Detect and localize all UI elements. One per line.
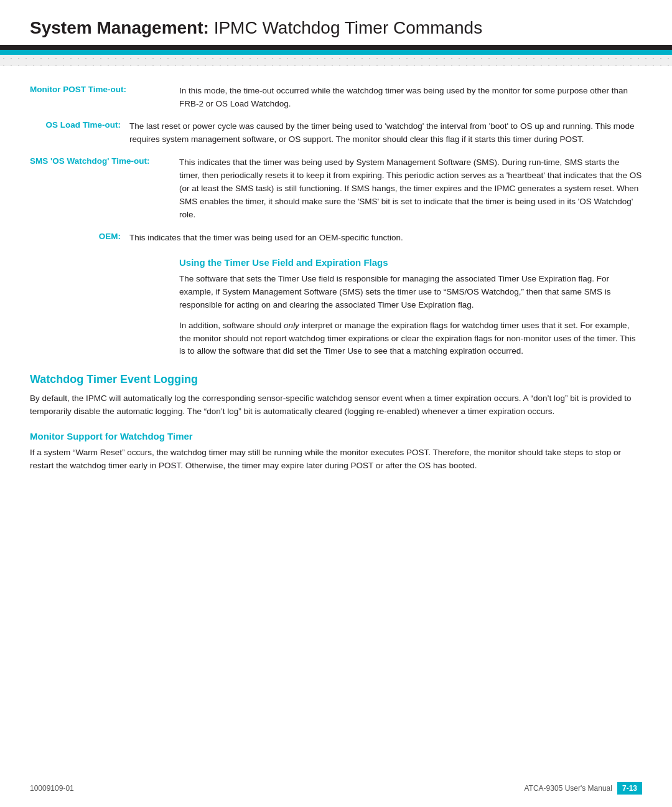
- os-load-timeout-entry: OS Load Time-out: The last reset or powe…: [30, 120, 642, 146]
- os-load-label: OS Load Time-out:: [30, 120, 129, 130]
- decorative-bars: [0, 45, 672, 66]
- page-title: System Management: IPMC Watchdog Timer C…: [30, 17, 642, 39]
- oem-entry: OEM: This indicates that the timer was b…: [30, 232, 642, 245]
- timer-use-para1: The software that sets the Timer Use fie…: [179, 273, 642, 312]
- timer-use-para2-prefix: In addition, software should: [179, 321, 284, 330]
- timer-use-para2-italic: only: [284, 321, 299, 330]
- monitor-support-para: If a system “Warm Reset” occurs, the wat…: [30, 446, 642, 473]
- timer-use-section: Using the Timer Use Field and Expiration…: [179, 257, 642, 359]
- title-normal: IPMC Watchdog Timer Commands: [209, 18, 482, 37]
- watchdog-event-section: Watchdog Timer Event Logging By default,…: [30, 373, 642, 418]
- footer-manual-title: ATCA-9305 User's Manual: [525, 784, 612, 793]
- monitor-post-text: In this mode, the time-out occurred whil…: [179, 85, 642, 111]
- watchdog-event-heading: Watchdog Timer Event Logging: [30, 373, 642, 386]
- monitor-post-label: Monitor POST Time-out:: [30, 85, 179, 94]
- bar-cyan: [0, 50, 672, 55]
- bar-dots: [0, 55, 672, 66]
- timer-use-para2: In addition, software should only interp…: [179, 319, 642, 359]
- main-content: Monitor POST Time-out: In this mode, the…: [0, 66, 672, 505]
- oem-text: This indicates that the timer was being …: [129, 232, 642, 245]
- page-number-badge: 7-13: [617, 782, 642, 795]
- timer-use-heading: Using the Timer Use Field and Expiration…: [179, 257, 642, 268]
- page-header: System Management: IPMC Watchdog Timer C…: [0, 0, 672, 39]
- watchdog-event-para: By default, the IPMC will automatically …: [30, 392, 642, 418]
- page-footer: 10009109-01 ATCA-9305 User's Manual 7-13: [0, 782, 672, 795]
- monitor-support-heading: Monitor Support for Watchdog Timer: [30, 431, 642, 441]
- sms-watchdog-text: This indicates that the timer was being …: [179, 156, 642, 222]
- monitor-post-timeout-entry: Monitor POST Time-out: In this mode, the…: [30, 85, 642, 111]
- sms-watchdog-entry: SMS 'OS Watchdog' Time-out: This indicat…: [30, 156, 642, 222]
- monitor-support-section: Monitor Support for Watchdog Timer If a …: [30, 431, 642, 473]
- sms-watchdog-label: SMS 'OS Watchdog' Time-out:: [30, 156, 179, 166]
- os-load-text: The last reset or power cycle was caused…: [129, 120, 642, 146]
- footer-right: ATCA-9305 User's Manual 7-13: [525, 782, 643, 795]
- oem-label: OEM:: [30, 232, 129, 241]
- bar-black: [0, 45, 672, 50]
- footer-doc-number: 10009109-01: [30, 784, 74, 793]
- title-bold: System Management:: [30, 18, 209, 37]
